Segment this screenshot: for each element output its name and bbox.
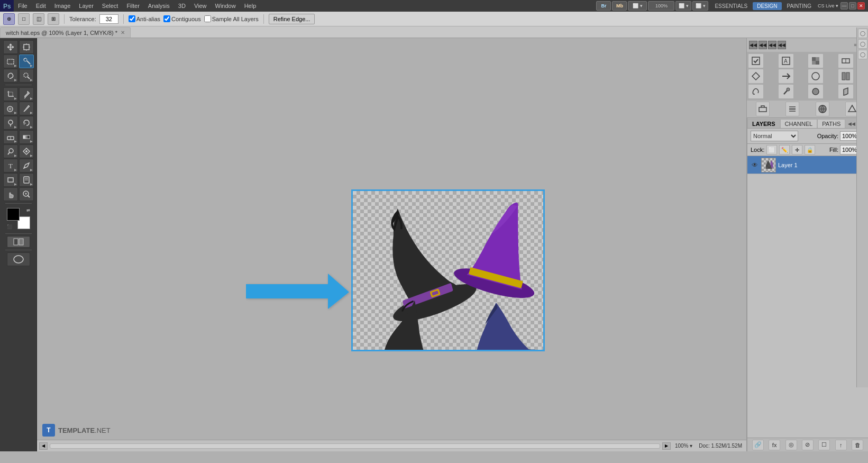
crop-tool[interactable]: ▶ — [3, 87, 18, 101]
clone-stamp-tool[interactable]: ▶ — [3, 116, 18, 130]
menu-file[interactable]: File — [14, 2, 32, 10]
reset-colors-btn[interactable]: ⬛ — [7, 224, 12, 229]
view-mode-btn[interactable]: ⬜ ▾ — [628, 1, 647, 11]
foreground-color-swatch[interactable] — [7, 208, 20, 221]
contiguous-check[interactable]: Contiguous — [163, 15, 201, 22]
menu-analysis[interactable]: Analysis — [144, 2, 174, 10]
dodge-tool[interactable]: ▶ — [3, 144, 18, 158]
far-right-btn-2[interactable]: ◯ — [858, 39, 867, 49]
mini-tool-14[interactable] — [785, 102, 799, 116]
lock-all-btn[interactable]: 🔒 — [805, 145, 815, 155]
lock-transparent-btn[interactable]: ⬜ — [766, 145, 777, 155]
spot-healing-tool[interactable]: ▶ — [3, 102, 18, 115]
lock-position-btn[interactable]: ✛ — [792, 145, 802, 155]
lock-image-btn[interactable]: ✏️ — [779, 145, 790, 155]
quick-select-tool[interactable]: ▶ — [19, 69, 34, 83]
menu-filter[interactable]: Filter — [122, 2, 143, 10]
menu-image[interactable]: Image — [50, 2, 75, 10]
notes-tool[interactable]: ▶ — [19, 173, 34, 187]
mini-tool-15[interactable] — [816, 102, 829, 116]
artboard-tool[interactable] — [19, 40, 34, 54]
new-group-btn[interactable]: ☐ — [818, 440, 830, 450]
magic-wand-tool-btn[interactable]: ⊕ — [3, 13, 15, 25]
menu-window[interactable]: Window — [211, 2, 240, 10]
screen-mode-btn[interactable]: ⬜ ▾ — [692, 1, 708, 11]
bridge-btn[interactable]: Br — [596, 1, 611, 11]
brush-tool[interactable]: ▶ — [19, 102, 34, 115]
sample-all-checkbox[interactable] — [204, 15, 211, 22]
minimize-btn[interactable]: — — [840, 2, 848, 10]
panel-expand-4[interactable]: ◀◀ — [778, 41, 786, 49]
marquee-rect-tool[interactable]: ▶ — [3, 55, 18, 68]
workspace-painting[interactable]: PAINTING — [783, 2, 816, 10]
layer-visibility-toggle[interactable]: 👁 — [751, 161, 759, 169]
layer-mask-btn[interactable]: ◎ — [785, 440, 797, 450]
selection-tool-btn1[interactable]: □ — [18, 13, 30, 25]
scroll-track[interactable] — [50, 443, 660, 449]
menu-3d[interactable]: 3D — [174, 2, 190, 10]
anti-alias-checkbox[interactable] — [129, 15, 135, 22]
delete-layer-btn[interactable]: 🗑 — [852, 440, 863, 450]
menu-edit[interactable]: Edit — [32, 2, 50, 10]
maximize-btn[interactable]: □ — [849, 2, 856, 10]
pen-tool[interactable]: ▶ — [19, 144, 34, 158]
ellipse-tool[interactable] — [7, 252, 30, 266]
history-brush-tool[interactable]: ▶ — [19, 116, 34, 130]
adjustment-layer-btn[interactable]: ⊘ — [802, 440, 814, 450]
new-layer-btn[interactable]: ↑ — [835, 440, 847, 450]
menu-layer[interactable]: Layer — [75, 2, 98, 10]
move-tool[interactable] — [3, 40, 18, 54]
mini-tool-5[interactable] — [748, 69, 764, 84]
panel-expand-1[interactable]: ◀◀ — [749, 41, 757, 49]
workspace-design[interactable]: DESIGN — [753, 2, 781, 10]
mini-tool-1[interactable] — [748, 53, 764, 68]
blend-mode-select[interactable]: Normal — [751, 131, 798, 141]
mini-tool-2[interactable]: A — [778, 53, 794, 68]
layer-fx-btn[interactable]: fx — [769, 440, 780, 450]
mini-tool-8[interactable] — [838, 69, 854, 84]
mini-tool-12[interactable] — [838, 84, 854, 99]
tab-layers[interactable]: LAYERS — [747, 119, 780, 128]
tab-channels[interactable]: CHANNEL — [780, 119, 818, 128]
sample-all-check[interactable]: Sample All Layers — [204, 15, 259, 22]
mini-tool-11[interactable] — [808, 84, 824, 99]
menu-help[interactable]: Help — [240, 2, 261, 10]
path-select-tool[interactable]: ▶ — [19, 159, 34, 173]
tab-paths[interactable]: PATHS — [817, 119, 845, 128]
quick-mask-btn[interactable] — [7, 236, 30, 248]
zoom-btn[interactable]: 100% — [648, 1, 674, 11]
zoom-tool[interactable] — [19, 187, 34, 201]
workspace-essentials[interactable]: ESSENTIALS — [710, 2, 752, 10]
mini-tool-3[interactable] — [808, 53, 824, 68]
link-layers-btn[interactable]: 🔗 — [752, 440, 764, 450]
cs-live-btn[interactable]: CS Live ▾ — [818, 3, 838, 8]
far-right-btn-1[interactable]: ◯ — [858, 29, 867, 38]
scroll-left-btn[interactable]: ◀ — [39, 442, 48, 450]
document-tab-close[interactable]: ✕ — [121, 30, 125, 35]
selection-tool-btn3[interactable]: ⊞ — [48, 13, 59, 25]
mini-tool-13[interactable] — [756, 102, 770, 116]
close-btn[interactable]: ✕ — [857, 2, 865, 10]
mini-bridge-btn[interactable]: Mb — [612, 1, 627, 11]
type-tool[interactable]: T ▶ — [3, 159, 18, 173]
anti-alias-check[interactable]: Anti-alias — [129, 15, 160, 22]
tolerance-input[interactable] — [99, 14, 118, 24]
layer-item[interactable]: 👁 Layer 1 — [747, 156, 868, 174]
scroll-right-btn[interactable]: ▶ — [662, 442, 671, 450]
menu-view[interactable]: View — [190, 2, 211, 10]
document-tab[interactable]: witch hat.eps @ 100% (Layer 1, CMYK/8) *… — [0, 27, 131, 38]
eraser-tool[interactable]: ▶ — [3, 130, 18, 144]
selection-tool-btn2[interactable]: ◫ — [33, 13, 44, 25]
gradient-tool[interactable]: ▶ — [19, 130, 34, 144]
rectangle-tool[interactable]: ▶ — [3, 173, 18, 187]
mini-tool-10[interactable] — [778, 84, 794, 99]
panel-expand-3[interactable]: ◀◀ — [768, 41, 776, 49]
mini-tool-4[interactable] — [838, 53, 854, 68]
refine-edge-button[interactable]: Refine Edge... — [269, 14, 315, 24]
eyedropper-tool[interactable]: ▶ — [19, 87, 34, 101]
mini-tool-7[interactable] — [808, 69, 824, 84]
hand-tool[interactable] — [3, 187, 18, 201]
panel-expand-2[interactable]: ◀◀ — [759, 41, 767, 49]
arrange-btn[interactable]: ⬜ ▾ — [675, 1, 691, 11]
far-right-btn-3[interactable]: ◯ — [858, 50, 867, 59]
